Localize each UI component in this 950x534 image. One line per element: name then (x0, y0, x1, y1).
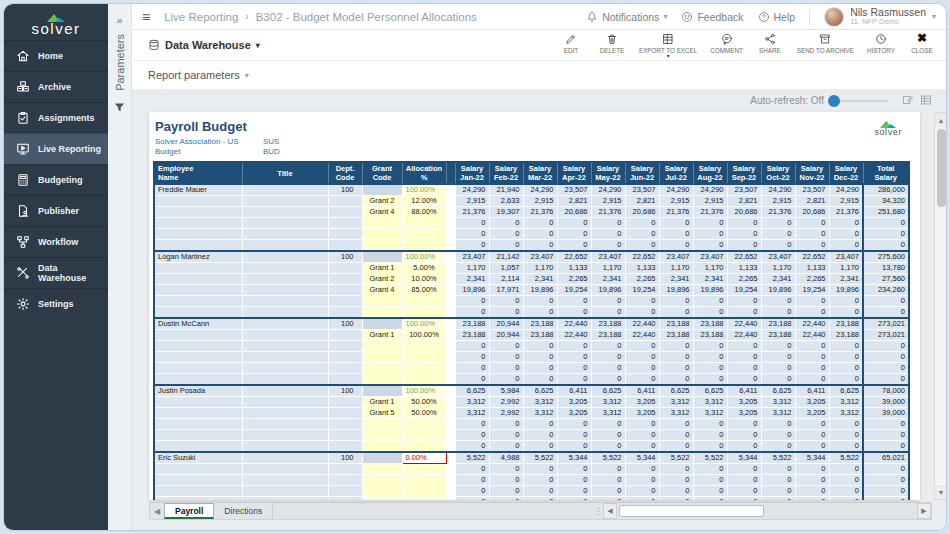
sidebar-item-archive[interactable]: Archive (4, 71, 108, 102)
grant-code-cell[interactable] (362, 352, 402, 363)
sidebar-item-publisher[interactable]: Publisher (4, 195, 108, 226)
report-parameters-toggle[interactable]: Report parameters ▾ (148, 69, 249, 81)
tab-scroll-left-icon[interactable]: ◀ (150, 503, 164, 519)
notifications-button[interactable]: Notifications ▾ (586, 11, 667, 23)
grant-code-cell[interactable] (362, 341, 402, 352)
grant-code-cell[interactable] (362, 296, 402, 307)
share-button[interactable]: SHARE (756, 32, 784, 54)
hscroll-right-icon[interactable]: ▶ (917, 503, 931, 519)
horizontal-scroll-thumb[interactable] (619, 505, 764, 517)
grant-code-cell[interactable]: Grant 5 (362, 408, 402, 419)
title-cell (242, 218, 328, 229)
allocation-cell[interactable]: 50.00% (402, 408, 446, 419)
allocation-cell[interactable]: 88.00% (402, 207, 446, 218)
grant-code-cell[interactable] (362, 486, 402, 497)
auto-refresh-toggle[interactable] (830, 100, 888, 102)
sidebar-item-home[interactable]: Home (4, 40, 108, 71)
grant-code-cell[interactable] (362, 307, 402, 319)
grant-code-cell[interactable]: Grant 1 (362, 263, 402, 274)
allocation-cell[interactable]: 5.00% (402, 263, 446, 274)
scroll-down-icon[interactable]: ▼ (935, 485, 947, 499)
hscroll-left-icon[interactable]: ◀ (603, 503, 617, 519)
breadcrumb-section[interactable]: Live Reporting (164, 11, 238, 23)
allocation-cell[interactable]: 10.00% (402, 274, 446, 285)
toggle-knob[interactable] (828, 95, 840, 107)
grant-code-cell[interactable]: Grant 1 (362, 397, 402, 408)
sheet-tab-payroll[interactable]: Payroll (164, 503, 214, 519)
salary-cell: 3,205 (727, 408, 761, 419)
grant-code-cell[interactable] (362, 363, 402, 374)
send-to-archive-button[interactable]: SEND TO ARCHIVE (797, 32, 854, 54)
feedback-button[interactable]: Feedback (681, 11, 743, 23)
help-button[interactable]: Help (758, 11, 796, 23)
grant-code-cell[interactable] (362, 218, 402, 229)
edit-button[interactable]: EDIT (557, 32, 585, 54)
user-menu[interactable]: Nils Rasmussen 11. NFP Demo ▾ (824, 7, 936, 27)
allocation-cell[interactable]: 12.00% (402, 196, 446, 207)
salary-cell: 23,188 (829, 318, 863, 330)
grant-code-cell[interactable] (362, 419, 402, 430)
allocation-cell[interactable] (402, 341, 446, 352)
sidebar-item-workflow[interactable]: Workflow (4, 226, 108, 257)
grant-code-cell[interactable] (362, 374, 402, 386)
grant-code-cell[interactable] (362, 464, 402, 475)
allocation-cell[interactable] (402, 363, 446, 374)
scrollbar-grip[interactable]: ⋮ (593, 503, 603, 519)
grant-code-cell[interactable] (362, 497, 402, 501)
allocation-cell[interactable] (402, 441, 446, 453)
delete-button[interactable]: DELETE (598, 32, 626, 54)
edit-layout-icon[interactable] (902, 94, 914, 108)
allocation-cell[interactable] (402, 307, 446, 319)
allocation-cell[interactable] (402, 218, 446, 229)
allocation-cell[interactable]: 85.00% (402, 285, 446, 296)
parameters-panel[interactable]: » Parameters (108, 4, 132, 530)
allocation-cell[interactable] (402, 240, 446, 252)
salary-cell: 22,440 (727, 318, 761, 330)
grant-code-cell[interactable]: Grant 2 (362, 274, 402, 285)
grant-code-cell[interactable]: Grant 1 (362, 330, 402, 341)
allocation-cell[interactable] (402, 464, 446, 475)
allocation-cell[interactable] (402, 430, 446, 441)
allocation-cell[interactable]: 100.00% (402, 330, 446, 341)
allocation-cell[interactable] (402, 374, 446, 386)
allocation-cell[interactable] (402, 296, 446, 307)
allocation-cell[interactable] (402, 352, 446, 363)
salary-cell: 0 (693, 486, 727, 497)
allocation-cell[interactable] (402, 475, 446, 486)
history-button[interactable]: HISTORY (867, 32, 895, 54)
grant-code-cell[interactable] (362, 240, 402, 252)
allocation-cell[interactable] (402, 229, 446, 240)
horizontal-scrollbar[interactable] (617, 503, 917, 519)
allocation-cell[interactable] (402, 486, 446, 497)
salary-cell: 19,254 (557, 285, 591, 296)
sidebar-item-assignments[interactable]: Assignments (4, 102, 108, 133)
grant-code-cell[interactable]: Grant 4 (362, 207, 402, 218)
data-source-dropdown[interactable]: Data Warehouse ▾ (148, 39, 260, 51)
allocation-cell[interactable]: 50.00% (402, 397, 446, 408)
grant-code-cell[interactable]: Grant 4 (362, 285, 402, 296)
close-button[interactable]: ✖CLOSE (908, 32, 936, 54)
comment-button[interactable]: COMMENT (710, 32, 743, 54)
scroll-up-icon[interactable]: ▲ (935, 113, 947, 127)
sidebar-item-live-reporting[interactable]: Live Reporting (4, 133, 108, 164)
report-viewport: Payroll Budget Solver Association - US S… (149, 112, 932, 500)
vertical-scroll-thumb[interactable] (937, 129, 946, 207)
grant-code-cell[interactable] (362, 430, 402, 441)
allocation-cell[interactable] (402, 419, 446, 430)
hamburger-menu-icon[interactable]: ≡ (142, 9, 150, 25)
grant-code-cell[interactable]: Grant 2 (362, 196, 402, 207)
vertical-scrollbar[interactable]: ▲ ▼ (934, 112, 947, 500)
sidebar-item-data-warehouse[interactable]: Data Warehouse (4, 257, 108, 288)
grant-code-cell[interactable] (362, 475, 402, 486)
salary-cell: 0 (591, 240, 625, 252)
expand-parameters-icon[interactable]: » (116, 14, 122, 26)
sidebar-item-budgeting[interactable]: Budgeting (4, 164, 108, 195)
allocation-cell[interactable] (402, 497, 446, 501)
sheet-tab-directions[interactable]: Directions (214, 503, 273, 519)
grant-code-cell[interactable] (362, 441, 402, 453)
export-to-excel-button[interactable]: EXPORT TO EXCEL▾ (639, 32, 697, 58)
sidebar-item-settings[interactable]: Settings (4, 288, 108, 319)
table-view-icon[interactable] (920, 94, 932, 108)
salary-cell: 21,376 (761, 207, 795, 218)
grant-code-cell[interactable] (362, 229, 402, 240)
